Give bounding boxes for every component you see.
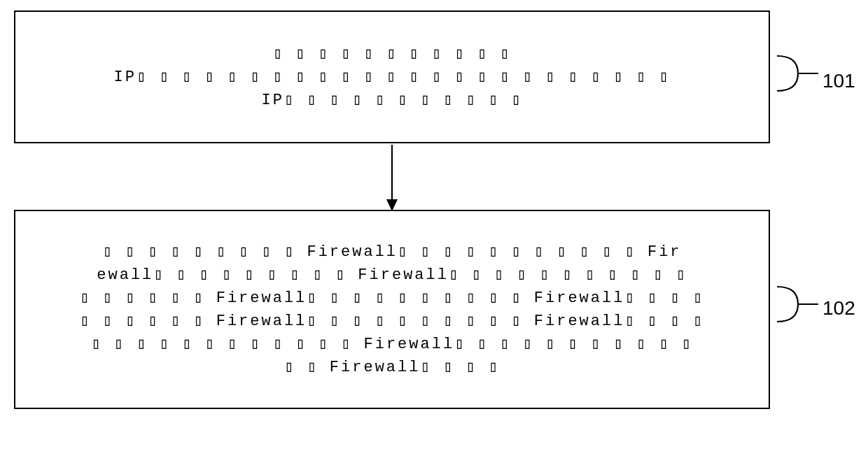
step-101-line-3: IP▯ ▯ ▯ ▯ ▯ ▯ ▯ ▯ ▯ ▯ ▯ bbox=[29, 89, 755, 112]
step-101-line-1: ▯ ▯ ▯ ▯ ▯ ▯ ▯ ▯ ▯ ▯ ▯ bbox=[29, 43, 755, 66]
flow-step-101: ▯ ▯ ▯ ▯ ▯ ▯ ▯ ▯ ▯ ▯ ▯ IP▯ ▯ ▯ ▯ ▯ ▯ ▯ ▯ … bbox=[14, 10, 770, 143]
flow-step-102: ▯ ▯ ▯ ▯ ▯ ▯ ▯ ▯ ▯ Firewall▯ ▯ ▯ ▯ ▯ ▯ ▯ … bbox=[14, 210, 770, 409]
step-102-line-6: ▯ ▯ Firewall▯ ▯ ▯ ▯ bbox=[29, 356, 755, 379]
flow-arrow bbox=[384, 145, 400, 211]
step-102-line-5: ▯ ▯ ▯ ▯ ▯ ▯ ▯ ▯ ▯ ▯ ▯ ▯ Firewall▯ ▯ ▯ ▯ … bbox=[29, 333, 755, 356]
label-connector-101 bbox=[774, 52, 822, 94]
step-label-102: 102 bbox=[822, 294, 855, 323]
step-102-line-1: ▯ ▯ ▯ ▯ ▯ ▯ ▯ ▯ ▯ Firewall▯ ▯ ▯ ▯ ▯ ▯ ▯ … bbox=[29, 241, 755, 264]
label-connector-102 bbox=[774, 283, 822, 325]
step-label-101: 101 bbox=[822, 66, 855, 96]
step-101-line-2: IP▯ ▯ ▯ ▯ ▯ ▯ ▯ ▯ ▯ ▯ ▯ ▯ ▯ ▯ ▯ ▯ ▯ ▯ ▯ … bbox=[29, 66, 755, 89]
step-102-line-4: ▯ ▯ ▯ ▯ ▯ ▯ Firewall▯ ▯ ▯ ▯ ▯ ▯ ▯ ▯ ▯ ▯ … bbox=[29, 310, 755, 333]
step-102-line-2: ewall▯ ▯ ▯ ▯ ▯ ▯ ▯ ▯ ▯ Firewall▯ ▯ ▯ ▯ ▯… bbox=[29, 264, 755, 287]
step-102-line-3: ▯ ▯ ▯ ▯ ▯ ▯ Firewall▯ ▯ ▯ ▯ ▯ ▯ ▯ ▯ ▯ ▯ … bbox=[29, 287, 755, 310]
